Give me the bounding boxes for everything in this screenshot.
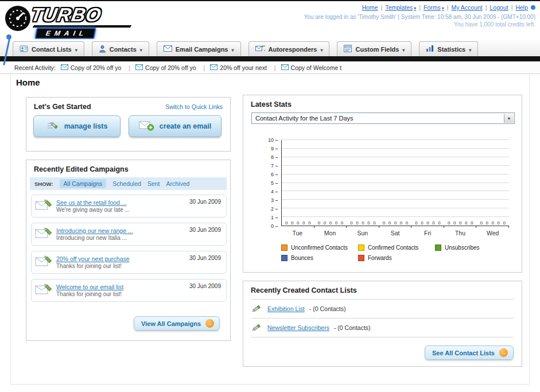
bar-value-label: 0 <box>415 220 417 226</box>
legend-item: Bounces <box>281 255 358 261</box>
contact-list-link[interactable]: Newsletter Subscribers <box>267 324 329 331</box>
see-all-contact-lists-button[interactable]: See All Contact Lists <box>425 346 514 360</box>
bar-column: 0 <box>302 140 306 226</box>
chart-day-group: 00000 <box>411 140 444 226</box>
legend-color-swatch <box>281 244 288 251</box>
filter-archived[interactable]: Archived <box>166 180 189 187</box>
get-started-panel: Let's Get Started Switch to Quick Links … <box>26 97 231 152</box>
see-all-contact-lists-label: See All Contact Lists <box>432 350 495 356</box>
bar-column: 0 <box>399 140 403 226</box>
link-help[interactable]: Help <box>515 4 528 11</box>
legend-color-swatch <box>435 244 441 251</box>
bar-column: 0 <box>361 140 365 226</box>
edit-campaign-icon <box>35 198 52 214</box>
edit-campaign-icon <box>35 254 52 270</box>
x-axis-label: Sat <box>379 230 411 236</box>
filter-sent[interactable]: Sent <box>147 180 160 187</box>
link-home[interactable]: Home <box>362 4 378 11</box>
chevron-down-icon <box>320 46 323 53</box>
chart-day-group: 00000 <box>379 140 412 226</box>
bar-column: 0 <box>388 140 392 226</box>
campaign-title-link[interactable]: 20% off your next purchase <box>56 255 185 262</box>
recent-activity-item[interactable]: 20% off your next <box>210 64 275 71</box>
filter-all-campaigns[interactable]: All Campaigns <box>60 179 107 188</box>
stats-period-select[interactable]: Contact Activity for the Last 7 Days <box>251 112 515 124</box>
bar-column: 0 <box>426 140 430 226</box>
campaign-text: Welcome to our email list Thanks for joi… <box>56 284 185 297</box>
bar-value-label: 0 <box>465 220 467 226</box>
gridline <box>282 216 509 217</box>
bar-value-label: 0 <box>329 220 332 226</box>
chart-x-labels: TueMonSunSatFriThuWed <box>281 230 509 236</box>
legend-label: Confirmed Contacts <box>368 244 418 251</box>
filter-scheduled[interactable]: Scheduled <box>112 180 141 187</box>
recent-activity-item[interactable]: Copy of 20% off yo <box>61 64 130 71</box>
view-all-campaigns-button[interactable]: View All Campaigns <box>134 316 220 331</box>
contact-list-row: Newsletter Subscribers - (0 Contacts) <box>251 319 514 337</box>
link-forms[interactable]: Forms <box>424 4 444 11</box>
tab-contact-lists[interactable]: Contact Lists <box>13 41 84 56</box>
envelope-icon <box>210 64 217 71</box>
chart-day-group: 00000 <box>282 140 314 226</box>
manage-lists-button[interactable]: manage lists <box>33 115 121 137</box>
campaign-title-link[interactable]: See us at the retail food ... <box>56 199 185 206</box>
arrow-right-icon <box>205 319 214 328</box>
tab-label: Custom Fields <box>355 46 399 53</box>
campaign-title-link[interactable]: Introducing our new range ... <box>56 227 185 234</box>
chart-y-axis: 109876543210 <box>259 140 278 226</box>
chart-day-group: 00000 <box>314 140 347 226</box>
bar-column: 0 <box>502 140 506 226</box>
gridline <box>282 191 509 191</box>
tab-autoresponders[interactable]: Autoresponders <box>248 41 330 56</box>
activity-item-label: Copy of 20% off yo <box>71 64 122 71</box>
legend-label: Unconfirmed Contacts <box>291 244 348 251</box>
recent-activity-item[interactable]: Copy of Welcome t <box>281 64 349 71</box>
separator <box>485 4 487 11</box>
bar-value-label: 0 <box>373 220 375 226</box>
bar-column: 0 <box>394 140 398 226</box>
speedometer-icon <box>5 5 31 34</box>
legend-item: Unconfirmed Contacts <box>281 244 358 251</box>
bar-value-label: 0 <box>308 220 310 226</box>
campaign-row: 20% off your next purchase Thanks for jo… <box>31 251 227 274</box>
gridline <box>282 148 509 149</box>
recent-activity-label: Recent Activity: <box>14 64 56 71</box>
create-email-button[interactable]: create an email <box>129 115 222 137</box>
gridline <box>282 208 509 208</box>
nav-tabs: Contact Lists Contacts Email Campaigns A… <box>13 41 478 56</box>
bar-column: 0 <box>432 140 436 226</box>
bar-column: 0 <box>355 140 359 226</box>
recent-activity-item[interactable]: Copy of 20% off yo <box>135 64 205 71</box>
contact-lists-title: Recently Created Contact Lists <box>251 286 357 294</box>
chart-legend: Unconfirmed ContactsConfirmed ContactsUn… <box>281 244 513 261</box>
link-my-account[interactable]: My Account <box>452 4 483 11</box>
chart-slots: 00000000000000000000000000000000000 <box>282 140 509 226</box>
separator <box>381 4 383 11</box>
campaign-title-link[interactable]: Welcome to our email list <box>56 284 185 290</box>
tab-email-campaigns[interactable]: Email Campaigns <box>157 41 241 56</box>
bar-value-label: 0 <box>426 220 429 226</box>
bar-value-label: 0 <box>335 220 337 226</box>
link-templates[interactable]: Templates <box>385 4 416 11</box>
bar-column: 0 <box>349 140 353 226</box>
bar-value-label: 0 <box>302 220 305 226</box>
bar-value-label: 0 <box>297 220 299 226</box>
bar-value-label: 0 <box>492 220 494 226</box>
chart-day-group: 00000 <box>476 140 509 226</box>
link-logout[interactable]: Logout <box>490 4 508 11</box>
tab-statistics[interactable]: Statistics <box>419 41 478 56</box>
recent-activity-bar: Recent Activity: Copy of 20% off yo Copy… <box>0 61 540 74</box>
bar-column: 0 <box>459 140 463 226</box>
bar-value-label: 0 <box>318 220 320 226</box>
contact-list-link[interactable]: Exhibition List <box>267 305 305 312</box>
switch-to-quick-links-link[interactable]: Switch to Quick Links <box>165 103 223 110</box>
link-templates-label: Templates <box>385 4 413 11</box>
tab-custom-fields[interactable]: Custom Fields <box>337 41 411 56</box>
campaigns-title: Recently Edited Campaigns <box>34 165 129 173</box>
bar-column: 0 <box>485 140 489 226</box>
bar-column: 0 <box>372 140 376 226</box>
contact-lists-header: Recently Created Contact Lists <box>243 281 522 297</box>
legend-label: Forwards <box>368 255 392 261</box>
tab-contacts[interactable]: Contacts <box>92 41 149 56</box>
help-dot-icon <box>531 5 535 10</box>
